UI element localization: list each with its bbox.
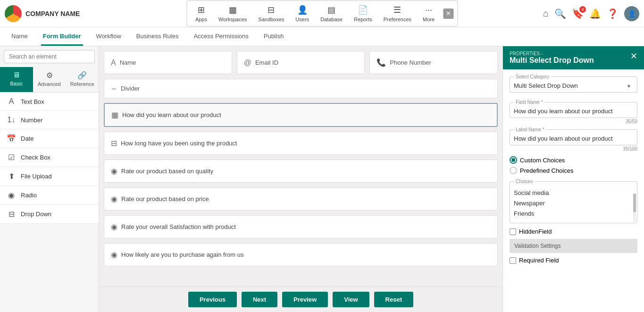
main-tabs: Name Form Builder Workflow Business Rule… bbox=[0, 27, 644, 46]
radio-icon: ◉ bbox=[7, 191, 16, 200]
preview-button[interactable]: Preview bbox=[282, 292, 328, 307]
sidebar-tab-advanced[interactable]: ⚙ Advanced bbox=[33, 67, 66, 92]
bell-icon[interactable]: 🔔 bbox=[589, 8, 601, 19]
email-field-icon: @ bbox=[244, 59, 251, 67]
form-field-2[interactable]: ◉ Rate our product based on quality bbox=[104, 160, 498, 183]
sidebar-tab-reference[interactable]: 🔗 Reference bbox=[66, 67, 99, 92]
tab-form-builder[interactable]: Form Builder bbox=[41, 28, 83, 46]
logo-area: COMPANY NAME bbox=[5, 5, 99, 22]
element-textbox[interactable]: A Text Box bbox=[0, 93, 99, 111]
user-avatar[interactable]: 👤 bbox=[624, 6, 639, 21]
field-name-input[interactable] bbox=[514, 108, 633, 115]
element-dropdown[interactable]: ⊟ Drop Down bbox=[0, 205, 99, 224]
search-icon[interactable]: 🔍 bbox=[554, 8, 566, 19]
nav-right: ⌂ 🔍 🔖 4 🔔 ❓ 👤 bbox=[543, 6, 639, 21]
element-number[interactable]: 1↓ Number bbox=[0, 111, 99, 129]
nav-close-button[interactable]: ✕ bbox=[443, 8, 453, 19]
help-icon[interactable]: ❓ bbox=[607, 8, 619, 19]
form-field-4[interactable]: ◉ Rate your overall Satisfaction with pr… bbox=[104, 215, 498, 238]
choices-type-group: Custom Choices Predefined Choices bbox=[510, 156, 637, 174]
next-button[interactable]: Next bbox=[242, 292, 277, 307]
select-category-legend: Select Category bbox=[514, 74, 551, 79]
field-2-icon: ◉ bbox=[111, 167, 117, 176]
preferences-icon: ☰ bbox=[393, 5, 401, 15]
field-phone[interactable]: 📞 Phone Number bbox=[369, 51, 498, 74]
workspaces-icon: ▦ bbox=[229, 5, 237, 15]
basic-tab-icon: 🖥 bbox=[13, 71, 20, 79]
choices-list: Social media Newspaper Friends bbox=[514, 188, 633, 219]
left-sidebar: 🖥 Basic ⚙ Advanced 🔗 Reference A Text Bo… bbox=[0, 46, 99, 312]
nav-reports[interactable]: 📄 Reports bbox=[349, 3, 377, 24]
home-icon[interactable]: ⌂ bbox=[543, 8, 549, 19]
reference-tab-icon: 🔗 bbox=[77, 71, 87, 80]
tab-business-rules[interactable]: Business Rules bbox=[134, 28, 181, 46]
divider-field[interactable]: ↔ Divider bbox=[104, 79, 498, 98]
reset-button[interactable]: Reset bbox=[374, 292, 413, 307]
hidden-field-row[interactable]: HiddenField bbox=[510, 228, 637, 235]
choice-item-1[interactable]: Newspaper bbox=[514, 198, 633, 209]
form-field-3[interactable]: ◉ Rate our product based on price bbox=[104, 187, 498, 211]
select-category-field: Select Category Multi Select Drop Down bbox=[510, 74, 637, 93]
label-name-input[interactable] bbox=[514, 135, 633, 142]
tab-access-permissions[interactable]: Access Permissions bbox=[192, 28, 250, 46]
form-field-5[interactable]: ◉ How likely are you to purchase again f… bbox=[104, 243, 498, 266]
validation-settings-header[interactable]: Validation Settings bbox=[510, 239, 637, 253]
select-category-wrapper: Multi Select Drop Down bbox=[514, 82, 633, 89]
sidebar-tab-basic[interactable]: 🖥 Basic bbox=[0, 67, 33, 92]
users-icon: 👤 bbox=[297, 5, 308, 15]
nav-more[interactable]: ··· More bbox=[418, 3, 439, 24]
element-date[interactable]: 📅 Date bbox=[0, 129, 99, 148]
field-0-icon: ▦ bbox=[111, 110, 118, 119]
dropdown-icon: ⊟ bbox=[7, 210, 16, 219]
nav-apps[interactable]: ⊞ Apps bbox=[191, 3, 212, 24]
required-field-row[interactable]: Required Field bbox=[510, 257, 637, 264]
field-4-icon: ◉ bbox=[111, 222, 117, 231]
nav-sandboxes[interactable]: ⊟ Sandboxes bbox=[253, 3, 289, 24]
number-icon: 1↓ bbox=[7, 116, 16, 124]
field-name-field: Field Name * bbox=[510, 100, 637, 118]
label-name-field: Label Name * bbox=[510, 127, 637, 145]
custom-choices-radio[interactable]: Custom Choices bbox=[510, 156, 637, 164]
tab-workflow[interactable]: Workflow bbox=[94, 28, 123, 46]
bookmark-icon[interactable]: 🔖 4 bbox=[572, 8, 584, 19]
bottom-bar: Previous Next Preview View Reset bbox=[99, 287, 502, 312]
field-3-icon: ◉ bbox=[111, 194, 117, 203]
choices-fieldset: Choices Social media Newspaper Friends bbox=[510, 179, 637, 223]
date-icon: 📅 bbox=[7, 134, 16, 143]
top-nav: COMPANY NAME ⊞ Apps ▦ Workspaces ⊟ Sandb… bbox=[0, 0, 644, 27]
view-button[interactable]: View bbox=[333, 292, 369, 307]
field-email[interactable]: @ Email ID bbox=[237, 51, 365, 74]
field-name-legend: Field Name * bbox=[514, 100, 545, 105]
form-canvas: A Name @ Email ID 📞 Phone Number ↔ Divid… bbox=[99, 46, 502, 287]
choice-item-2[interactable]: Friends bbox=[514, 209, 633, 219]
right-panel: PROPERTIES - Multi Select Drop Down ✕ Se… bbox=[502, 46, 644, 312]
choice-item-0[interactable]: Social media bbox=[514, 188, 633, 198]
tab-publish[interactable]: Publish bbox=[262, 28, 286, 46]
divider-icon: ↔ bbox=[111, 85, 117, 92]
element-checkbox[interactable]: ☑ Check Box bbox=[0, 148, 99, 167]
form-field-1[interactable]: ⊟ How long have you been using the produ… bbox=[104, 132, 498, 155]
choices-scrollbar[interactable] bbox=[633, 194, 636, 222]
panel-body: Select Category Multi Select Drop Down F… bbox=[503, 69, 644, 312]
panel-close-button[interactable]: ✕ bbox=[630, 51, 637, 61]
element-fileupload[interactable]: ⬆ File Upload bbox=[0, 167, 99, 186]
tab-name[interactable]: Name bbox=[9, 28, 30, 46]
main-layout: 🖥 Basic ⚙ Advanced 🔗 Reference A Text Bo… bbox=[0, 46, 644, 312]
required-field-checkbox[interactable] bbox=[510, 257, 516, 264]
form-field-0[interactable]: ▦ How did you learn about our product bbox=[104, 103, 498, 127]
checkbox-icon: ☑ bbox=[7, 153, 16, 162]
nav-preferences[interactable]: ☰ Preferences bbox=[379, 3, 416, 24]
element-radio[interactable]: ◉ Radio bbox=[0, 186, 99, 205]
select-category-dropdown[interactable]: Multi Select Drop Down bbox=[514, 82, 633, 89]
nav-database[interactable]: ▤ Database bbox=[316, 3, 347, 24]
predefined-radio-circle bbox=[510, 167, 517, 174]
previous-button[interactable]: Previous bbox=[188, 292, 237, 307]
predefined-choices-radio[interactable]: Predefined Choices bbox=[510, 167, 637, 174]
label-name-legend: Label Name * bbox=[514, 127, 546, 132]
field-name[interactable]: A Name bbox=[104, 51, 232, 74]
nav-workspaces[interactable]: ▦ Workspaces bbox=[214, 3, 251, 24]
nav-users[interactable]: 👤 Users bbox=[291, 3, 314, 24]
hidden-field-checkbox[interactable] bbox=[510, 228, 516, 235]
search-input[interactable] bbox=[4, 50, 95, 63]
reports-icon: 📄 bbox=[358, 5, 368, 15]
